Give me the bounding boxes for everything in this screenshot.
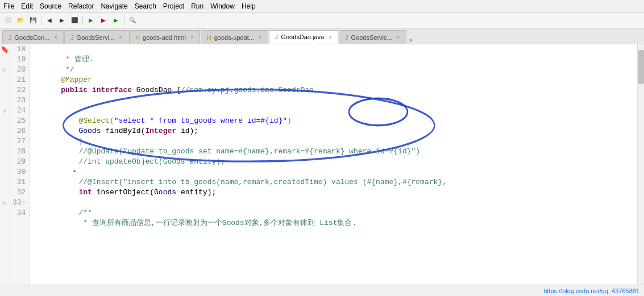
toolbar-search-icon[interactable]: 🔍	[127, 15, 138, 26]
gutter-row-25	[0, 116, 10, 126]
toolbar-back[interactable]: ◀	[44, 15, 55, 26]
gutter-row-34	[0, 208, 10, 218]
tab-goods-contro[interactable]: J GoodsCon... ×	[2, 30, 64, 44]
code-line-34: * 查询所有商品信息,一行记录映射为一个Goods对象,多个对象有体到 List…	[34, 208, 633, 218]
gutter-row-28	[0, 147, 10, 157]
ln-29: 29	[13, 157, 26, 167]
ln-28: 28	[13, 147, 26, 157]
toolbar-save[interactable]: 💾	[27, 15, 39, 26]
code-line-19: */	[34, 55, 633, 65]
tab-label-goods-servic2: GoodsServic...	[351, 34, 392, 41]
gutter-icons: 🔖 ▷ ▷ ▷	[0, 44, 10, 285]
gutter-row-27	[0, 136, 10, 147]
vertical-scrollbar[interactable]	[637, 44, 644, 285]
code-line-27: //@Update("update tb_goods set name=#{na…	[34, 136, 633, 147]
code-line-23	[34, 95, 633, 106]
code-line-21: public interface GoodsDao {//com.cy.pj.g…	[34, 75, 633, 85]
gutter-row-33: ▷	[0, 198, 10, 208]
gutter-row-23	[0, 95, 10, 106]
toolbar-stop[interactable]: ⬛	[69, 15, 80, 26]
tab-close-goods-updat[interactable]: ×	[259, 34, 262, 40]
ln-19: 19	[13, 55, 26, 65]
menu-source[interactable]: Source	[40, 2, 61, 10]
gutter-row-22	[0, 85, 10, 95]
toolbar-debug[interactable]: ▶	[98, 15, 109, 26]
tab-icon-goods-servic2: J	[345, 34, 348, 41]
ln-25: 25	[13, 116, 26, 126]
menu-bar: File Edit Source Refactor Navigate Searc…	[0, 0, 644, 12]
tab-close-goods-servic[interactable]: ×	[119, 34, 122, 40]
code-line-24: @Select("select * from tb_goods where id…	[34, 106, 633, 116]
tab-close-goods-dao[interactable]: ×	[329, 34, 332, 40]
tab-close-goods-add[interactable]: ×	[190, 34, 194, 40]
code-content[interactable]: * 管理. */ @Mapper public interface GoodsD…	[30, 44, 637, 285]
tab-goods-updat[interactable]: H goods-updat... ×	[201, 30, 268, 44]
ln-23: 23	[13, 95, 26, 106]
ln-30: 30	[13, 167, 26, 177]
gutter-row-26	[0, 126, 10, 136]
menu-file[interactable]: File	[3, 2, 14, 10]
tab-label-goods-contro: GoodsCon...	[15, 34, 50, 41]
gutter-row-24: ▷	[0, 106, 10, 116]
tab-goods-add[interactable]: H goods-add.html ×	[129, 30, 200, 44]
expand-icon-20: ▷	[3, 66, 6, 73]
ln-31: 31	[13, 177, 26, 187]
line-numbers: 18 19 20 21 22 23 24 25 26 27 28 29 30 3…	[10, 44, 30, 285]
toolbar-sep-3	[124, 16, 124, 25]
gutter-row-21	[0, 75, 10, 85]
ln-24: 24	[13, 106, 26, 116]
code-line-33: /**	[34, 198, 633, 208]
tab-label-goods-servic: GoodsServi...	[77, 34, 115, 41]
gutter-row-18: 🔖	[0, 44, 10, 55]
menu-navigate[interactable]: Navigate	[101, 2, 127, 10]
ln-32: 32	[13, 187, 26, 198]
menu-edit[interactable]: Edit	[21, 2, 33, 10]
menu-project[interactable]: Project	[163, 2, 184, 10]
menu-help[interactable]: Help	[242, 2, 256, 10]
tab-bar: J GoodsCon... × J GoodsServi... × H good…	[0, 28, 644, 44]
tab-icon-goods-updat: H	[207, 34, 211, 41]
toolbar-new[interactable]: ⬜	[2, 15, 14, 26]
code-area: 🔖 ▷ ▷ ▷ 18 19 20 21 22 23 24 25 26	[0, 44, 644, 285]
menu-search[interactable]: Search	[135, 2, 156, 10]
gutter-row-29	[0, 157, 10, 167]
code-line-18: * 管理.	[34, 44, 633, 55]
fold-icon-33[interactable]: ▷	[3, 199, 6, 206]
toolbar-sep-2	[82, 16, 83, 25]
toolbar-open[interactable]: 📂	[15, 15, 26, 26]
ln-33: 33◦	[13, 198, 26, 208]
toolbar-forward[interactable]: ▶	[56, 15, 68, 26]
tab-close-goods-servic2[interactable]: ×	[397, 34, 400, 40]
bookmark-icon-18: 🔖	[1, 45, 9, 54]
expand-icon-24: ▷	[3, 107, 6, 114]
menu-refactor[interactable]: Refactor	[68, 2, 94, 10]
status-url: https://blog.csdn.net/qq_43765881	[543, 287, 639, 294]
tab-label-goods-dao: GoodsDao.java	[281, 34, 324, 40]
toolbar: ⬜ 📂 💾 ◀ ▶ ⬛ ▶ ▶ ▶ 🔍	[0, 12, 644, 28]
tab-icon-goods-servic: J	[70, 34, 74, 41]
gutter-row-19	[0, 55, 10, 65]
gutter-row-20: ▷	[0, 65, 10, 75]
ln-20: 20	[13, 65, 26, 75]
tab-overflow[interactable]: »	[407, 37, 416, 44]
toolbar-run[interactable]: ▶	[110, 15, 122, 26]
tab-icon-goods-contro: J	[9, 34, 12, 41]
tab-icon-goods-dao: J	[275, 34, 279, 40]
status-bar: https://blog.csdn.net/qq_43765881	[0, 285, 644, 296]
tab-goods-dao[interactable]: J GoodsDao.java ×	[269, 30, 338, 44]
ln-26: 26	[13, 126, 26, 136]
menu-run[interactable]: Run	[191, 2, 203, 10]
code-line-30: //@Insert("insert into tb_goods(name,rem…	[34, 167, 633, 177]
menu-window[interactable]: Window	[210, 2, 235, 10]
toolbar-build[interactable]: ▶	[85, 15, 97, 26]
tab-icon-goods-add: H	[135, 34, 140, 41]
tab-label-goods-updat: goods-updat...	[214, 34, 254, 41]
tab-goods-servic2[interactable]: J GoodsServic... ×	[339, 30, 406, 44]
tab-label-goods-add: goods-add.html	[143, 34, 186, 41]
ln-27: 27	[13, 136, 26, 147]
toolbar-sep-1	[41, 16, 41, 25]
tab-goods-servic[interactable]: J GoodsServi... ×	[64, 30, 128, 44]
scrollbar-thumb[interactable]	[638, 50, 644, 84]
tab-close-goods-contro[interactable]: ×	[54, 34, 57, 40]
gutter-row-30	[0, 167, 10, 177]
